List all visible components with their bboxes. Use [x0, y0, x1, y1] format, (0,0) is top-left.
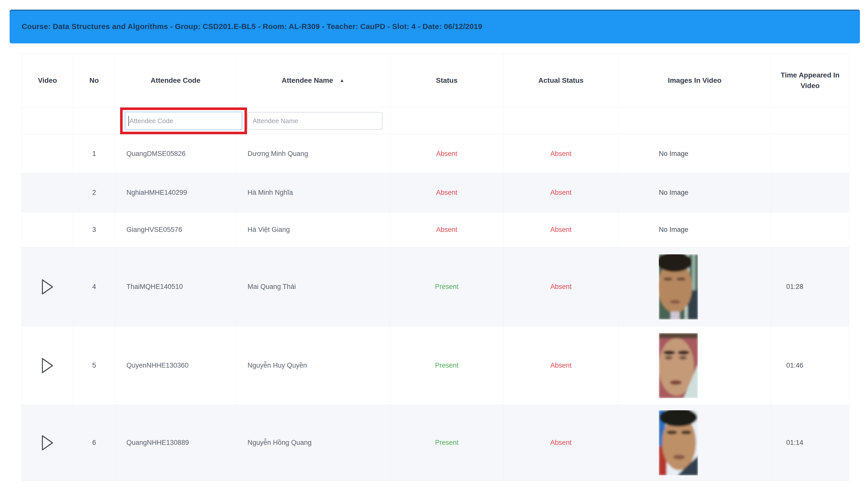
time-cell: 01:14	[771, 405, 849, 481]
column-header-attendee-code[interactable]: Attendee Code	[115, 54, 236, 108]
attendee-code-cell: QuangNHHE130889	[115, 405, 236, 481]
video-cell	[22, 405, 74, 481]
images-cell	[618, 248, 771, 326]
highlight-annotation	[120, 108, 247, 134]
attendee-name-cell: Nguyễn Hồng Quang	[236, 405, 390, 481]
table-row: 5 QuyenNHHE130360 Nguyễn Huy Quyền Prese…	[22, 326, 849, 405]
column-header-no[interactable]: No	[74, 54, 115, 108]
no-cell: 3	[74, 212, 115, 248]
play-icon	[41, 434, 54, 452]
actual-status-text: Absent	[504, 248, 618, 326]
attendee-name-cell: Mai Quang Thái	[236, 248, 390, 326]
attendee-name-cell: Hà Việt Giang	[236, 212, 390, 248]
attendee-name-cell: Nguyễn Huy Quyền	[236, 326, 390, 405]
attendee-name-header-label: Attendee Name	[282, 77, 333, 84]
filter-row	[22, 108, 849, 135]
no-cell: 5	[74, 326, 115, 405]
video-cell	[22, 326, 74, 405]
video-cell	[22, 135, 74, 173]
time-cell	[771, 173, 849, 212]
text-cursor	[128, 116, 129, 126]
attendee-face-photo	[659, 254, 698, 319]
no-cell: 6	[74, 405, 115, 481]
filter-cell-code	[115, 108, 236, 135]
video-cell	[22, 173, 74, 212]
column-header-status[interactable]: Status	[390, 54, 504, 108]
column-header-images-in-video[interactable]: Images In Video	[618, 54, 771, 108]
actual-status-text: Absent	[504, 326, 618, 405]
time-cell: 01:46	[771, 326, 849, 405]
attendance-table: Video No Attendee Code Attendee Name▲ St…	[22, 54, 849, 481]
images-cell: No Image	[618, 135, 771, 173]
video-cell	[22, 248, 74, 326]
filter-cell-images	[618, 108, 771, 135]
filter-cell-status	[390, 108, 504, 135]
status-text: Present	[390, 326, 504, 405]
play-icon	[41, 278, 54, 295]
filter-cell-actual-status	[504, 108, 618, 135]
play-video-button[interactable]	[22, 278, 73, 295]
play-video-button[interactable]	[22, 357, 73, 374]
column-header-video[interactable]: Video	[22, 54, 74, 108]
status-text: Absent	[390, 212, 504, 248]
actual-status-text: Absent	[504, 173, 618, 212]
table-row: 2 NghiaHMHE140299 Hà Minh Nghĩa Absent A…	[22, 173, 849, 212]
status-text: Absent	[390, 135, 504, 173]
filter-cell-time	[771, 108, 849, 135]
no-cell: 1	[74, 135, 115, 173]
table-row: 3 GiangHVSE05576 Hà Việt Giang Absent Ab…	[22, 212, 849, 248]
filter-cell-no	[74, 108, 115, 135]
images-cell	[618, 326, 771, 405]
attendee-code-cell: QuyenNHHE130360	[115, 326, 236, 405]
status-text: Absent	[390, 173, 504, 212]
attendee-code-cell: NghiaHMHE140299	[115, 173, 236, 212]
images-cell	[618, 405, 771, 481]
time-cell	[771, 212, 849, 248]
images-cell: No Image	[618, 173, 771, 212]
attendee-name-cell: Dương Minh Quang	[236, 135, 390, 173]
session-banner: Course: Data Structures and Algorithms -…	[9, 9, 860, 44]
actual-status-text: Absent	[504, 135, 618, 173]
sort-ascending-icon: ▲	[340, 78, 344, 83]
attendee-name-cell: Hà Minh Nghĩa	[236, 173, 390, 212]
table-row: 1 QuangDMSE05826 Dương Minh Quang Absent…	[22, 135, 849, 173]
video-cell	[22, 212, 74, 248]
table-row: 6 QuangNHHE130889 Nguyễn Hồng Quang Pres…	[22, 405, 849, 481]
no-cell: 4	[74, 248, 115, 326]
images-cell: No Image	[618, 212, 771, 248]
filter-cell-name	[236, 108, 390, 135]
header-row: Video No Attendee Code Attendee Name▲ St…	[22, 54, 849, 108]
no-cell: 2	[74, 173, 115, 212]
attendee-face-photo	[659, 410, 698, 475]
session-banner-text: Course: Data Structures and Algorithms -…	[9, 22, 482, 31]
play-icon	[41, 357, 54, 374]
attendee-code-cell: ThaiMQHE140510	[115, 248, 236, 326]
attendee-face-photo	[659, 333, 698, 398]
attendee-code-cell: GiangHVSE05576	[115, 212, 236, 248]
attendee-name-filter-input[interactable]	[248, 112, 382, 130]
filter-cell-video	[22, 108, 74, 135]
play-video-button[interactable]	[22, 434, 73, 452]
attendee-code-cell: QuangDMSE05826	[115, 135, 236, 173]
actual-status-text: Absent	[504, 212, 618, 248]
column-header-time-appeared[interactable]: Time Appeared In Video	[771, 54, 849, 108]
status-text: Present	[390, 405, 504, 481]
table-row: 4 ThaiMQHE140510 Mai Quang Thái Present …	[22, 248, 849, 326]
attendee-code-filter-input[interactable]	[125, 112, 242, 130]
actual-status-text: Absent	[504, 405, 618, 481]
column-header-attendee-name[interactable]: Attendee Name▲	[236, 54, 390, 108]
status-text: Present	[390, 248, 504, 326]
time-cell	[771, 135, 849, 173]
column-header-actual-status[interactable]: Actual Status	[504, 54, 618, 108]
time-cell: 01:28	[771, 248, 849, 326]
